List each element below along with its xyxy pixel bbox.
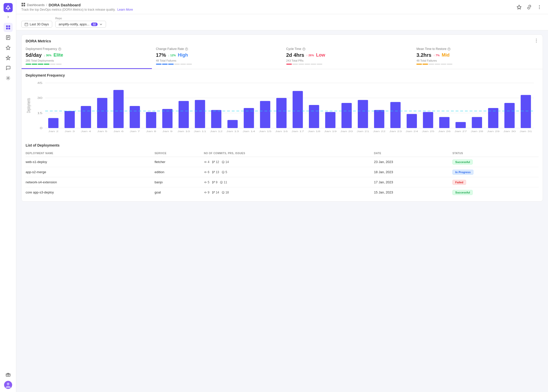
sidebar-item-chat[interactable] xyxy=(4,63,13,73)
commits-count: 4 xyxy=(204,160,209,164)
svg-text:Jan 8: Jan 8 xyxy=(146,130,156,133)
svg-text:Jan 28: Jan 28 xyxy=(471,130,483,133)
dora-card-menu[interactable] xyxy=(534,38,539,44)
svg-point-127 xyxy=(214,171,215,172)
metric-sub: 48 Total Failures xyxy=(416,59,539,62)
repo-filter-button[interactable]: amplify-notify, apps... 32 xyxy=(55,21,106,28)
repo-filter-value: amplify-notify, apps... xyxy=(59,22,90,26)
sidebar-item-activity[interactable] xyxy=(4,43,13,52)
metric-level: Low xyxy=(316,52,325,58)
svg-point-35 xyxy=(186,48,187,48)
svg-text:30: 30 xyxy=(37,97,42,100)
prs-count: 12 xyxy=(212,160,219,164)
svg-point-122 xyxy=(205,171,206,173)
svg-marker-10 xyxy=(6,46,10,50)
sidebar-item-settings[interactable] xyxy=(4,74,13,83)
dora-card-header: DORA Metrics xyxy=(22,35,543,44)
svg-rect-62 xyxy=(146,112,156,128)
metric-tab-mean-time-to-restore[interactable]: Mean Time to Restore 3.2hrs ↑ 7% Mid 48 … xyxy=(412,44,543,69)
chart-title: Deployment Frequency xyxy=(26,73,539,77)
svg-text:Jan 18: Jan 18 xyxy=(308,130,320,133)
svg-point-135 xyxy=(212,181,213,182)
metric-change: ↑ 26% xyxy=(306,54,314,57)
issues-count: 5 xyxy=(222,170,227,174)
svg-text:Jan 21: Jan 21 xyxy=(357,130,369,133)
learn-more-link[interactable]: Learn More xyxy=(117,8,133,11)
svg-text:Jan 20: Jan 20 xyxy=(340,130,353,133)
svg-point-147 xyxy=(214,191,215,192)
metric-bar xyxy=(416,64,539,65)
svg-point-115 xyxy=(212,161,213,162)
calendar-icon xyxy=(25,23,28,26)
table-col-header: DATE xyxy=(374,150,452,157)
svg-rect-18 xyxy=(24,5,25,6)
svg-text:Jan 10: Jan 10 xyxy=(177,130,190,133)
deployment-status: Failed xyxy=(452,177,539,187)
sidebar-item-goals[interactable] xyxy=(4,53,13,62)
svg-rect-17 xyxy=(22,5,23,6)
dora-card-title: DORA Metrics xyxy=(26,39,51,43)
metric-change: ↑ 7% xyxy=(433,54,439,57)
svg-rect-100 xyxy=(455,122,466,128)
table-col-header: SERVICE xyxy=(155,150,204,157)
deployment-service: edition xyxy=(155,167,204,177)
svg-rect-92 xyxy=(390,102,400,128)
sidebar-item-dashboard[interactable] xyxy=(4,23,13,32)
sidebar-item-reports[interactable] xyxy=(4,33,13,42)
svg-point-137 xyxy=(214,181,215,182)
header-actions xyxy=(516,4,543,11)
deployments-list-section: List of Deployments DEPLOYMENT NAMESERVI… xyxy=(22,140,543,201)
svg-text:Jan 14: Jan 14 xyxy=(242,130,255,133)
metrics-tabs: Deployment Frequency 5d/day ↓ 36% Elite … xyxy=(22,44,543,69)
commits-count: 6 xyxy=(204,170,209,174)
deployment-chart: 0153045Jan 2Jan 3Jan 4Jan 5Jan 6Jan 7Jan… xyxy=(26,80,539,136)
metric-level: High xyxy=(178,52,188,58)
date-range-button[interactable]: Last 30 Days xyxy=(21,21,52,28)
svg-rect-86 xyxy=(342,103,352,128)
metric-tab-cycle-time[interactable]: Cycle Time 2d 4hrs ↑ 26% Low 243 Total P… xyxy=(282,44,413,69)
svg-marker-19 xyxy=(517,5,521,9)
deployment-date: 15 Jan, 2023 xyxy=(374,187,452,198)
deployment-name[interactable]: core app-s3-deploy xyxy=(26,187,155,198)
star-icon[interactable] xyxy=(516,4,523,11)
svg-point-151 xyxy=(223,193,223,193)
deployment-status: Successful xyxy=(452,157,539,167)
svg-rect-98 xyxy=(439,117,449,128)
svg-rect-16 xyxy=(24,3,25,4)
metric-bar xyxy=(156,64,278,65)
svg-text:Jan 5: Jan 5 xyxy=(97,130,107,133)
metric-bar xyxy=(26,64,148,65)
svg-text:Jan 22: Jan 22 xyxy=(373,130,385,133)
link-icon[interactable] xyxy=(526,4,533,11)
chart-container: 0153045Jan 2Jan 3Jan 4Jan 5Jan 6Jan 7Jan… xyxy=(26,80,539,136)
svg-rect-106 xyxy=(504,103,515,128)
deployment-name[interactable]: web-s1-deploy xyxy=(26,157,155,167)
svg-rect-72 xyxy=(227,120,238,128)
svg-point-132 xyxy=(205,182,206,183)
date-range-label: Last 30 Days xyxy=(30,22,49,26)
status-badge: Successful xyxy=(452,190,473,195)
svg-text:0: 0 xyxy=(40,127,42,130)
prs-count: 14 xyxy=(212,191,219,194)
metric-tab-deployment-frequency[interactable]: Deployment Frequency 5d/day ↓ 36% Elite … xyxy=(22,44,152,69)
svg-text:Jan 4: Jan 4 xyxy=(81,130,91,133)
svg-rect-82 xyxy=(309,105,319,128)
svg-rect-4 xyxy=(6,28,8,29)
metric-tab-change-failure-rate[interactable]: Change Failure Rate 17% ↓ 12% High 48 To… xyxy=(152,44,282,69)
svg-rect-96 xyxy=(423,112,433,128)
sidebar-chevron[interactable] xyxy=(6,15,10,20)
metric-sub: 285 Total Deployments xyxy=(26,59,148,62)
user-avatar[interactable] xyxy=(4,381,12,389)
sidebar-item-gift[interactable] xyxy=(4,370,13,379)
svg-text:Jan 15: Jan 15 xyxy=(259,130,272,133)
deployment-name[interactable]: network-s4-extension xyxy=(26,177,155,187)
svg-point-1 xyxy=(7,9,9,10)
deployment-name[interactable]: app-s2-merge xyxy=(26,167,155,177)
more-options-icon[interactable] xyxy=(536,4,543,11)
svg-rect-80 xyxy=(293,91,303,128)
main-area: Dashboards / DORA Dashboard Track the to… xyxy=(16,0,548,392)
svg-rect-3 xyxy=(8,25,10,27)
commits-count: 9 xyxy=(204,191,209,194)
svg-rect-5 xyxy=(8,28,10,29)
svg-text:Jan 30: Jan 30 xyxy=(503,130,516,133)
